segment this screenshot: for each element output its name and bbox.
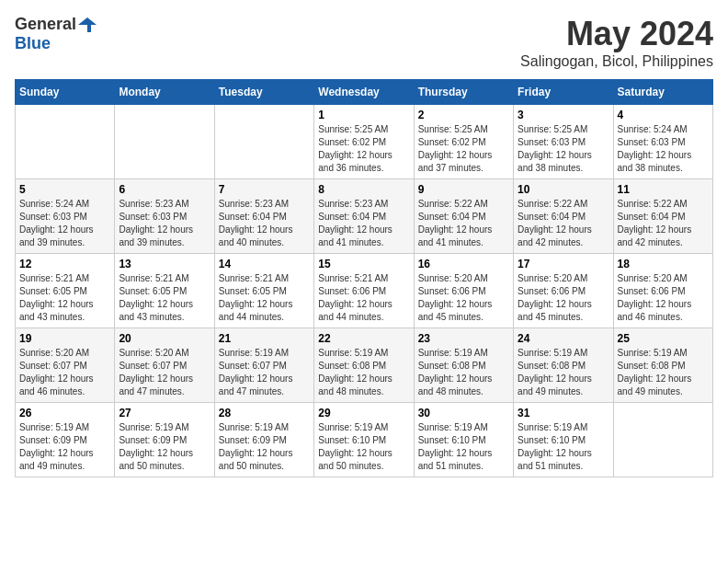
calendar-cell: 3Sunrise: 5:25 AMSunset: 6:03 PMDaylight… xyxy=(514,105,613,179)
calendar-header-friday: Friday xyxy=(514,80,613,105)
svg-marker-0 xyxy=(78,17,97,32)
calendar-table: SundayMondayTuesdayWednesdayThursdayFrid… xyxy=(15,79,713,477)
day-number: 12 xyxy=(19,258,110,270)
calendar-cell: 26Sunrise: 5:19 AMSunset: 6:09 PMDayligh… xyxy=(16,403,115,477)
day-number: 17 xyxy=(518,258,609,270)
day-number: 5 xyxy=(19,183,110,196)
calendar-cell: 6Sunrise: 5:23 AMSunset: 6:03 PMDaylight… xyxy=(115,179,214,254)
calendar-week-row: 26Sunrise: 5:19 AMSunset: 6:09 PMDayligh… xyxy=(16,403,713,477)
calendar-cell: 21Sunrise: 5:19 AMSunset: 6:07 PMDayligh… xyxy=(214,328,313,403)
calendar-header-saturday: Saturday xyxy=(613,80,712,105)
calendar-cell: 16Sunrise: 5:20 AMSunset: 6:06 PMDayligh… xyxy=(414,254,513,328)
day-number: 28 xyxy=(219,407,310,419)
title-month-year: May 2024 xyxy=(520,15,713,53)
calendar-cell: 30Sunrise: 5:19 AMSunset: 6:10 PMDayligh… xyxy=(414,403,513,477)
day-number: 26 xyxy=(19,407,110,419)
day-number: 18 xyxy=(618,258,709,270)
calendar-cell xyxy=(16,105,115,179)
day-info: Sunrise: 5:19 AMSunset: 6:09 PMDaylight:… xyxy=(119,421,210,473)
day-info: Sunrise: 5:21 AMSunset: 6:05 PMDaylight:… xyxy=(119,272,210,324)
day-info: Sunrise: 5:20 AMSunset: 6:06 PMDaylight:… xyxy=(618,272,709,324)
day-number: 1 xyxy=(318,109,409,121)
day-number: 9 xyxy=(418,183,509,196)
calendar-cell: 19Sunrise: 5:20 AMSunset: 6:07 PMDayligh… xyxy=(16,328,115,403)
calendar-cell: 8Sunrise: 5:23 AMSunset: 6:04 PMDaylight… xyxy=(314,179,414,254)
day-number: 30 xyxy=(418,407,509,419)
day-info: Sunrise: 5:19 AMSunset: 6:10 PMDaylight:… xyxy=(318,421,409,473)
day-number: 4 xyxy=(618,109,709,121)
day-number: 10 xyxy=(518,183,609,196)
day-info: Sunrise: 5:19 AMSunset: 6:08 PMDaylight:… xyxy=(318,347,409,398)
logo-blue: Blue xyxy=(15,34,51,52)
calendar-header-wednesday: Wednesday xyxy=(314,80,414,105)
day-info: Sunrise: 5:23 AMSunset: 6:04 PMDaylight:… xyxy=(219,198,310,249)
day-info: Sunrise: 5:20 AMSunset: 6:06 PMDaylight:… xyxy=(418,272,509,324)
calendar-cell: 31Sunrise: 5:19 AMSunset: 6:10 PMDayligh… xyxy=(514,403,613,477)
day-info: Sunrise: 5:21 AMSunset: 6:05 PMDaylight:… xyxy=(219,272,310,324)
day-info: Sunrise: 5:20 AMSunset: 6:07 PMDaylight:… xyxy=(19,347,110,398)
day-number: 29 xyxy=(318,407,409,419)
calendar-cell xyxy=(214,105,313,179)
day-number: 3 xyxy=(518,109,609,121)
calendar-week-row: 1Sunrise: 5:25 AMSunset: 6:02 PMDaylight… xyxy=(16,105,713,179)
day-info: Sunrise: 5:21 AMSunset: 6:06 PMDaylight:… xyxy=(318,272,409,324)
day-info: Sunrise: 5:20 AMSunset: 6:06 PMDaylight:… xyxy=(518,272,609,324)
calendar-cell: 13Sunrise: 5:21 AMSunset: 6:05 PMDayligh… xyxy=(115,254,214,328)
day-info: Sunrise: 5:19 AMSunset: 6:10 PMDaylight:… xyxy=(418,421,509,473)
day-number: 20 xyxy=(119,332,210,345)
day-number: 27 xyxy=(119,407,210,419)
calendar-header-row: SundayMondayTuesdayWednesdayThursdayFrid… xyxy=(16,80,713,105)
day-info: Sunrise: 5:20 AMSunset: 6:07 PMDaylight:… xyxy=(119,347,210,398)
calendar-cell: 2Sunrise: 5:25 AMSunset: 6:02 PMDaylight… xyxy=(414,105,513,179)
day-info: Sunrise: 5:19 AMSunset: 6:09 PMDaylight:… xyxy=(19,421,110,473)
calendar-header-thursday: Thursday xyxy=(414,80,513,105)
day-number: 14 xyxy=(219,258,310,270)
title-location: Salingogan, Bicol, Philippines xyxy=(520,53,713,70)
calendar-week-row: 19Sunrise: 5:20 AMSunset: 6:07 PMDayligh… xyxy=(16,328,713,403)
day-number: 23 xyxy=(418,332,509,345)
day-number: 2 xyxy=(418,109,509,121)
day-info: Sunrise: 5:19 AMSunset: 6:07 PMDaylight:… xyxy=(219,347,310,398)
day-number: 25 xyxy=(618,332,709,345)
day-info: Sunrise: 5:19 AMSunset: 6:08 PMDaylight:… xyxy=(618,347,709,398)
title-block: May 2024 Salingogan, Bicol, Philippines xyxy=(520,15,713,70)
day-info: Sunrise: 5:25 AMSunset: 6:02 PMDaylight:… xyxy=(318,123,409,175)
day-number: 6 xyxy=(119,183,210,196)
day-number: 21 xyxy=(219,332,310,345)
day-number: 19 xyxy=(19,332,110,345)
calendar-cell: 22Sunrise: 5:19 AMSunset: 6:08 PMDayligh… xyxy=(314,328,414,403)
calendar-week-row: 5Sunrise: 5:24 AMSunset: 6:03 PMDaylight… xyxy=(16,179,713,254)
day-number: 22 xyxy=(318,332,409,345)
calendar-cell: 29Sunrise: 5:19 AMSunset: 6:10 PMDayligh… xyxy=(314,403,414,477)
day-info: Sunrise: 5:19 AMSunset: 6:09 PMDaylight:… xyxy=(219,421,310,473)
day-info: Sunrise: 5:23 AMSunset: 6:03 PMDaylight:… xyxy=(119,198,210,249)
day-number: 13 xyxy=(119,258,210,270)
logo-general: General xyxy=(15,15,76,34)
day-info: Sunrise: 5:19 AMSunset: 6:08 PMDaylight:… xyxy=(518,347,609,398)
day-info: Sunrise: 5:22 AMSunset: 6:04 PMDaylight:… xyxy=(618,198,709,249)
day-number: 8 xyxy=(318,183,409,196)
calendar-header-monday: Monday xyxy=(115,80,214,105)
calendar-cell: 10Sunrise: 5:22 AMSunset: 6:04 PMDayligh… xyxy=(514,179,613,254)
calendar-cell: 24Sunrise: 5:19 AMSunset: 6:08 PMDayligh… xyxy=(514,328,613,403)
calendar-cell: 23Sunrise: 5:19 AMSunset: 6:08 PMDayligh… xyxy=(414,328,513,403)
calendar-cell: 12Sunrise: 5:21 AMSunset: 6:05 PMDayligh… xyxy=(16,254,115,328)
day-number: 24 xyxy=(518,332,609,345)
calendar-cell: 4Sunrise: 5:24 AMSunset: 6:03 PMDaylight… xyxy=(613,105,712,179)
page-header: General Blue May 2024 Salingogan, Bicol,… xyxy=(15,15,713,70)
calendar-cell xyxy=(613,403,712,477)
logo: General Blue xyxy=(15,15,97,53)
day-info: Sunrise: 5:22 AMSunset: 6:04 PMDaylight:… xyxy=(418,198,509,249)
calendar-cell: 1Sunrise: 5:25 AMSunset: 6:02 PMDaylight… xyxy=(314,105,414,179)
calendar-header-sunday: Sunday xyxy=(16,80,115,105)
day-info: Sunrise: 5:25 AMSunset: 6:02 PMDaylight:… xyxy=(418,123,509,175)
calendar-cell: 11Sunrise: 5:22 AMSunset: 6:04 PMDayligh… xyxy=(613,179,712,254)
calendar-header-tuesday: Tuesday xyxy=(214,80,313,105)
day-info: Sunrise: 5:21 AMSunset: 6:05 PMDaylight:… xyxy=(19,272,110,324)
day-info: Sunrise: 5:24 AMSunset: 6:03 PMDaylight:… xyxy=(618,123,709,175)
day-number: 15 xyxy=(318,258,409,270)
calendar-cell: 15Sunrise: 5:21 AMSunset: 6:06 PMDayligh… xyxy=(314,254,414,328)
calendar-cell xyxy=(115,105,214,179)
day-info: Sunrise: 5:24 AMSunset: 6:03 PMDaylight:… xyxy=(19,198,110,249)
day-number: 16 xyxy=(418,258,509,270)
